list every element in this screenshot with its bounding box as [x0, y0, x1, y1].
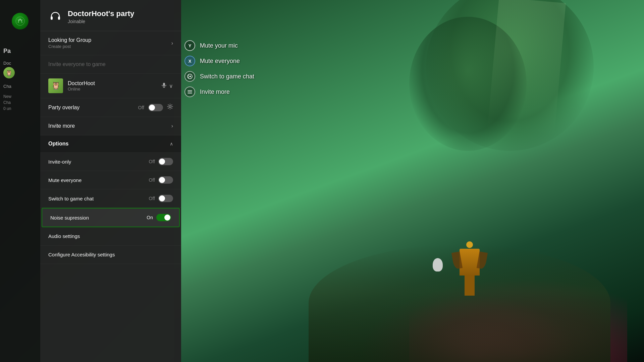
invite-only-label: Invite-only	[48, 159, 71, 165]
y-button-label: Y	[189, 43, 192, 48]
mute-everyone-label: Mute everyone	[48, 177, 82, 183]
switch-chat-shortcut-label: Switch to game chat	[200, 73, 254, 80]
party-panel: DoctorHoot's party Joinable Looking for …	[40, 0, 181, 362]
options-header[interactable]: Options ∧	[40, 135, 181, 153]
svg-rect-1	[51, 16, 53, 20]
configure-accessibility-label: Configure Accesibility settings	[48, 252, 115, 257]
mic-icon	[161, 82, 167, 90]
switch-game-chat-row[interactable]: Switch to game chat Off	[40, 189, 181, 208]
party-overlay-toggle[interactable]	[148, 104, 163, 111]
looking-for-group-chevron: ›	[171, 40, 173, 46]
collapse-icon[interactable]: ∧	[170, 141, 173, 146]
member-status: Online	[68, 86, 156, 92]
invite-only-row[interactable]: Invite-only Off	[40, 153, 181, 171]
member-name: DoctorHoot	[68, 80, 156, 86]
party-title: DoctorHoot's party	[68, 9, 134, 18]
invite-more-item[interactable]: Invite more ›	[40, 117, 181, 135]
sidebar-partial-party: Pa	[3, 48, 34, 55]
mute-everyone-toggle[interactable]	[158, 176, 173, 184]
sidebar-partial-doc: Doc	[3, 61, 34, 66]
y-button: Y	[184, 40, 195, 51]
sidebar-partial-new: New	[3, 94, 34, 99]
party-overlay-right: Off	[138, 104, 173, 111]
mute-mic-shortcut-label: Mute your mic	[200, 42, 238, 49]
sidebar-partial-cha2: Cha	[3, 100, 34, 105]
invite-only-right: Off	[149, 158, 173, 165]
party-title-block: DoctorHoot's party Joinable	[68, 9, 134, 24]
svg-point-6	[169, 106, 171, 108]
sidebar-avatar: 🦉	[3, 67, 15, 78]
shortcuts-panel: Y Mute your mic X Mute everyone Switch t…	[184, 40, 254, 97]
svg-rect-2	[58, 16, 60, 20]
invite-more-label: Invite more	[48, 123, 75, 129]
left-sidebar: Pa Doc 🦉 Cha New Cha 0 un	[0, 0, 40, 362]
noise-suppression-state: On	[147, 215, 153, 220]
mute-everyone-row[interactable]: Mute everyone Off	[40, 171, 181, 189]
shortcut-mute-mic: Y Mute your mic	[184, 40, 254, 51]
sidebar-partial-cha: Cha	[3, 84, 34, 89]
noise-suppression-toggle[interactable]	[156, 214, 171, 221]
party-overlay-label: Party overlay	[48, 105, 138, 111]
noise-suppression-label: Noise supression	[50, 215, 89, 221]
invite-more-shortcut-label: Invite more	[200, 88, 230, 96]
member-row[interactable]: 🦉 DoctorHoot Online ∨	[40, 74, 181, 98]
invite-everyone-text: Invite everyone to game	[48, 61, 106, 67]
mute-everyone-shortcut-label: Mute everyone	[200, 58, 240, 65]
x-button: X	[184, 56, 195, 66]
mute-everyone-right: Off	[149, 176, 173, 184]
switch-game-chat-toggle[interactable]	[158, 195, 173, 202]
svg-rect-3	[163, 83, 165, 86]
party-overlay-row[interactable]: Party overlay Off	[40, 98, 181, 117]
menu-button	[184, 86, 195, 97]
shortcut-invite-more: Invite more	[184, 86, 254, 97]
gear-icon[interactable]	[167, 104, 173, 111]
looking-for-group-label: Looking for Group	[48, 37, 91, 43]
create-post-label: Create post	[48, 44, 91, 49]
looking-for-group-item[interactable]: Looking for Group Create post ›	[40, 31, 181, 55]
xbox-logo[interactable]	[12, 13, 29, 29]
party-overlay-state: Off	[138, 105, 144, 110]
looking-for-group-text: Looking for Group Create post	[48, 37, 91, 49]
svg-point-9	[188, 77, 189, 78]
noise-suppression-row[interactable]: Noise supression On	[42, 208, 180, 227]
avatar-image: 🦉	[48, 78, 63, 93]
member-info: DoctorHoot Online	[68, 80, 156, 92]
member-chevron-icon[interactable]: ∨	[169, 83, 173, 89]
invite-everyone-label: Invite everyone to game	[48, 61, 106, 67]
audio-settings-item[interactable]: Audio settings	[40, 227, 181, 246]
configure-accessibility-item[interactable]: Configure Accesibility settings	[40, 246, 181, 264]
audio-settings-label: Audio settings	[48, 233, 80, 239]
noise-suppression-right: On	[147, 214, 171, 221]
member-icons: ∨	[161, 82, 173, 90]
switch-game-chat-right: Off	[149, 195, 173, 202]
invite-only-toggle[interactable]	[158, 158, 173, 165]
invite-everyone-item: Invite everyone to game	[40, 55, 181, 74]
invite-more-chevron: ›	[171, 123, 173, 129]
x-button-label: X	[189, 59, 192, 64]
party-header: DoctorHoot's party Joinable	[40, 0, 181, 31]
switch-button	[184, 71, 195, 82]
party-subtitle: Joinable	[68, 19, 134, 24]
mute-everyone-state: Off	[149, 177, 155, 183]
headset-icon	[48, 10, 62, 24]
switch-game-chat-state: Off	[149, 196, 155, 201]
member-avatar: 🦉	[48, 78, 63, 93]
options-label: Options	[48, 141, 68, 147]
switch-game-chat-label: Switch to game chat	[48, 196, 94, 201]
invite-only-state: Off	[149, 159, 155, 164]
svg-point-0	[16, 17, 24, 25]
shortcut-switch-chat: Switch to game chat	[184, 71, 254, 82]
shortcut-mute-everyone: X Mute everyone	[184, 56, 254, 66]
sidebar-partial-count: 0 un	[3, 106, 34, 111]
svg-point-8	[188, 75, 189, 76]
